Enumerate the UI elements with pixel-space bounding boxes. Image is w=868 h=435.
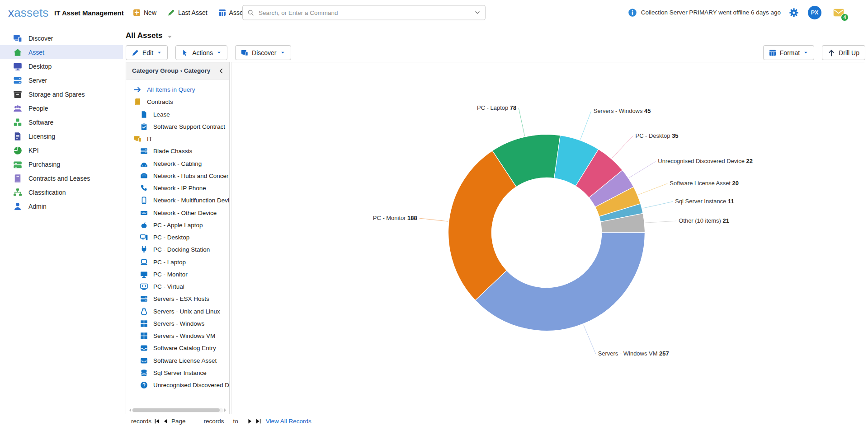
scrollbar-track[interactable] xyxy=(132,408,223,412)
sidebar-item-label: Purchasing xyxy=(28,161,60,168)
category-panel-header: Category Group › Category xyxy=(126,62,229,80)
caret-down-icon xyxy=(157,50,162,55)
info-icon[interactable] xyxy=(628,8,637,17)
category-item-unrecognised-discovered-devi[interactable]: Unrecognised Discovered Devi xyxy=(126,379,229,391)
sidebar-item-server[interactable]: Server xyxy=(0,73,123,87)
all-items-in-query-icon xyxy=(134,86,142,94)
category-item-servers-windows-vm[interactable]: Servers - Windows VM xyxy=(126,330,229,342)
drill-up-label: Drill Up xyxy=(839,49,859,56)
sidebar-item-discover[interactable]: Discover xyxy=(0,31,123,45)
sidebar-item-storage-and-spares[interactable]: Storage and Spares xyxy=(0,87,123,101)
edit-button[interactable]: Edit xyxy=(126,45,168,60)
category-item-blade-chassis[interactable]: Blade Chassis xyxy=(126,145,229,157)
sidebar-item-software[interactable]: Software xyxy=(0,115,123,129)
discover-button[interactable]: Discover xyxy=(235,45,291,60)
search-bar[interactable] xyxy=(242,5,486,20)
category-item-contracts[interactable]: Contracts xyxy=(126,96,229,108)
sql-server-instance-icon xyxy=(140,369,148,377)
records-label-2: records xyxy=(204,418,224,425)
category-item-pc-docking-station[interactable]: PC - Docking Station xyxy=(126,243,229,256)
lease-icon xyxy=(140,111,148,118)
slice-label-servers-windows: Servers - Windows 45 xyxy=(594,108,651,114)
network-ip-phone-icon xyxy=(140,184,148,192)
sidebar-item-label: Licensing xyxy=(28,133,55,140)
prev-page-icon[interactable] xyxy=(163,418,169,424)
view-all-records-link[interactable]: View All Records xyxy=(266,418,311,425)
pc-virtual-icon xyxy=(140,283,148,290)
collapse-panel-icon[interactable] xyxy=(218,68,224,74)
slice-label-pc-desktop: PC - Desktop 35 xyxy=(636,132,679,139)
sidebar-item-label: Storage and Spares xyxy=(28,91,85,98)
actions-label: Actions xyxy=(192,49,213,56)
category-panel-title: Category Group › Category xyxy=(132,67,210,74)
sidebar-item-purchasing[interactable]: Purchasing xyxy=(0,157,123,171)
category-item-servers-unix-and-linux[interactable]: Servers - Unix and Linux xyxy=(126,305,229,318)
category-item-software-support-contract[interactable]: Software Support Contract xyxy=(126,121,229,133)
slice-servers-windows-vm[interactable] xyxy=(475,233,645,331)
category-item-pc-laptop[interactable]: PC - Laptop xyxy=(126,256,229,268)
software-license-asset-icon xyxy=(140,357,148,365)
drill-up-icon xyxy=(828,49,835,56)
leader-line-software-license-asset xyxy=(638,183,668,195)
page-title-caret-icon[interactable] xyxy=(166,33,173,40)
category-item-all-items-in-query[interactable]: All Items in Query xyxy=(126,84,229,96)
category-item-label: Software Catalog Entry xyxy=(153,345,216,351)
category-item-servers-esx-hosts[interactable]: Servers - ESX Hosts xyxy=(126,293,229,305)
first-page-icon[interactable] xyxy=(154,418,160,424)
sidebar-item-classification[interactable]: Classification xyxy=(0,185,123,199)
last-page-icon[interactable] xyxy=(255,418,261,424)
desktop-icon xyxy=(13,62,22,71)
scroll-right-icon[interactable] xyxy=(224,408,228,412)
scrollbar-thumb[interactable] xyxy=(132,408,220,412)
category-item-network-hubs-and-concentra[interactable]: Network - Hubs and Concentra xyxy=(126,170,229,182)
mail-icon[interactable]: 4 xyxy=(832,7,845,18)
leader-line-servers-windows-vm xyxy=(583,325,595,354)
category-item-pc-monitor[interactable]: PC - Monitor xyxy=(126,268,229,281)
category-item-label: PC - Apple Laptop xyxy=(153,222,203,229)
sidebar-item-licensing[interactable]: Licensing xyxy=(0,129,123,143)
page-label: Page xyxy=(171,418,186,425)
servers-windows-vm-icon xyxy=(140,332,148,340)
app-title: IT Asset Management xyxy=(54,9,124,16)
avatar[interactable]: PX xyxy=(808,6,821,19)
gear-icon[interactable] xyxy=(789,8,799,18)
category-item-network-cabling[interactable]: Network - Cabling xyxy=(126,158,229,170)
header-right: Collection Server PRIMARY went offline 6… xyxy=(628,6,845,19)
horizontal-scrollbar[interactable] xyxy=(127,408,228,412)
category-item-sql-server-instance[interactable]: Sql Server Instance xyxy=(126,367,229,379)
category-item-pc-desktop[interactable]: PC - Desktop xyxy=(126,231,229,243)
search-input[interactable] xyxy=(258,9,474,16)
category-item-lease[interactable]: Lease xyxy=(126,108,229,121)
search-dropdown-icon[interactable] xyxy=(474,9,481,16)
sidebar-item-asset[interactable]: Asset xyxy=(0,45,123,59)
format-button[interactable]: Format xyxy=(763,45,814,60)
sidebar-item-kpi[interactable]: KPI xyxy=(0,143,123,157)
drill-up-button[interactable]: Drill Up xyxy=(822,45,865,60)
category-item-software-catalog-entry[interactable]: Software Catalog Entry xyxy=(126,342,229,354)
next-page-icon[interactable] xyxy=(247,418,253,424)
sidebar-item-admin[interactable]: Admin xyxy=(0,199,123,213)
network-multifunction-devic-icon xyxy=(140,196,148,204)
leader-line-servers-windows xyxy=(580,111,591,140)
new-label: New xyxy=(144,9,156,16)
last-asset-button[interactable]: Last Asset xyxy=(167,9,208,16)
category-item-network-other-device[interactable]: Network - Other Device xyxy=(126,207,229,219)
app-logo[interactable]: xassets xyxy=(8,5,49,19)
sidebar-item-contracts-and-leases[interactable]: Contracts and Leases xyxy=(0,171,123,185)
sidebar-item-people[interactable]: People xyxy=(0,101,123,115)
sidebar-item-desktop[interactable]: Desktop xyxy=(0,59,123,73)
leader-line-pc-laptop xyxy=(519,108,524,136)
category-item-pc-virtual[interactable]: PC - Virtual xyxy=(126,281,229,293)
scroll-left-icon[interactable] xyxy=(127,408,131,412)
records-label: records xyxy=(131,418,151,425)
format-label: Format xyxy=(780,49,800,56)
new-button[interactable]: New xyxy=(133,9,156,16)
category-item-pc-apple-laptop[interactable]: PC - Apple Laptop xyxy=(126,219,229,231)
category-item-software-license-asset[interactable]: Software License Asset xyxy=(126,355,229,367)
app-header: xassets IT Asset Management NewLast Asse… xyxy=(0,0,868,25)
category-item-network-ip-phone[interactable]: Network - IP Phone xyxy=(126,182,229,194)
category-item-network-multifunction-devic[interactable]: Network - Multifunction Devic xyxy=(126,194,229,206)
category-item-it[interactable]: IT xyxy=(126,133,229,145)
actions-button[interactable]: Actions xyxy=(175,45,227,60)
category-item-servers-windows[interactable]: Servers - Windows xyxy=(126,318,229,330)
